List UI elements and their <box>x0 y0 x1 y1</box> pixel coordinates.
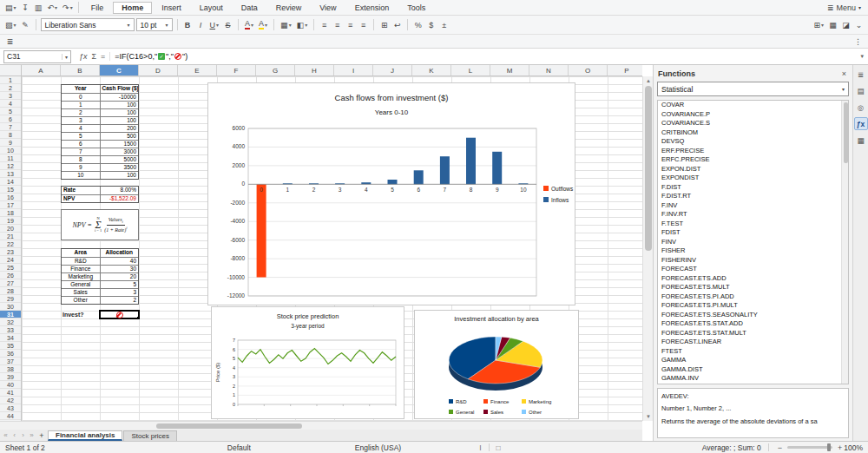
merge-cells-button[interactable]: ⊞ <box>378 18 390 32</box>
function-item[interactable]: FISHERINV <box>658 256 848 266</box>
undo-button[interactable]: ↶▾ <box>46 1 60 15</box>
cell[interactable]: Cash Flow ($) <box>100 85 139 93</box>
npv-formula-image[interactable]: NPV =NΣi = 1Valuesi(1 + Rate)i <box>61 209 139 240</box>
redo-button[interactable]: ↷▾ <box>61 1 75 15</box>
function-item[interactable]: F.DIST <box>658 183 848 193</box>
function-item[interactable]: EXPONDIST <box>658 174 848 183</box>
row-options-button[interactable]: ≣ <box>4 35 16 49</box>
sidebar-close-button[interactable]: × <box>840 69 848 78</box>
sheet-nav-0[interactable]: « <box>2 431 10 439</box>
cell[interactable]: 1 <box>62 101 100 108</box>
column-header-E[interactable]: E <box>178 65 217 76</box>
name-box-arrow[interactable]: ▾ <box>62 54 68 60</box>
function-item[interactable]: FORECAST.ETS.STAT.MULT <box>658 329 848 338</box>
align-left-button[interactable]: ≡ <box>319 18 330 32</box>
highlighting-color-button[interactable]: A▾ <box>257 18 269 32</box>
row-header-2[interactable]: 2 <box>0 84 21 92</box>
row-header-4[interactable]: 4 <box>0 100 21 108</box>
zoom-in-button[interactable]: + <box>836 443 844 452</box>
zoom-slider[interactable] <box>787 446 832 449</box>
insert-table-dropdown-arrow[interactable]: ▾ <box>821 22 824 28</box>
row-header-26[interactable]: 26 <box>0 272 21 279</box>
column-header-G[interactable]: G <box>256 65 295 76</box>
selection-mode-icon[interactable]: □ <box>496 443 501 452</box>
row-header-29[interactable]: 29 <box>0 295 21 303</box>
selection-fill-handle[interactable] <box>137 317 140 319</box>
row-header-42[interactable]: 42 <box>0 397 21 404</box>
function-item[interactable]: COVARIANCE.P <box>658 110 848 120</box>
row-header-30[interactable]: 30 <box>0 303 21 311</box>
cell[interactable]: 100 <box>100 171 139 179</box>
tab-file[interactable]: File <box>82 2 113 14</box>
function-item[interactable]: ERFC.PRECISE <box>658 155 848 165</box>
scroll-down-arrow[interactable]: ▼ <box>643 412 654 421</box>
cell[interactable]: 5 <box>100 280 139 288</box>
cell[interactable]: 100 <box>100 116 139 124</box>
insert-chart-button[interactable]: ◪ <box>840 18 852 32</box>
row-header-28[interactable]: 28 <box>0 287 21 295</box>
cell[interactable]: 8 <box>62 155 100 163</box>
function-item[interactable]: FORECAST.ETS.STAT.ADD <box>658 319 848 329</box>
tab-review[interactable]: Review <box>267 2 311 14</box>
align-justify-button[interactable]: ≡ <box>358 18 369 32</box>
column-header-I[interactable]: I <box>334 65 373 76</box>
align-right-button[interactable]: ≡ <box>345 18 356 32</box>
cell[interactable]: NPV <box>62 194 100 202</box>
row-header-13[interactable]: 13 <box>0 170 21 178</box>
new-document-button[interactable]: ▤▾ <box>3 1 18 15</box>
row-header-27[interactable]: 27 <box>0 279 21 287</box>
row-header-16[interactable]: 16 <box>0 194 21 201</box>
sheet-tab-0[interactable]: Financial analysis <box>48 430 122 441</box>
save-button[interactable]: ↧ <box>20 1 31 15</box>
row-header-33[interactable]: 33 <box>0 326 21 334</box>
cashflow-bar-chart[interactable]: Cash flows from investment ($)Years 0-10… <box>207 82 575 305</box>
functions-icon[interactable]: ƒx <box>854 117 868 130</box>
cell[interactable]: 1500 <box>100 140 139 148</box>
function-item[interactable]: DEVSQ <box>658 137 848 147</box>
cell[interactable]: Allocation <box>100 249 139 257</box>
row-header-23[interactable]: 23 <box>0 248 21 256</box>
column-header-O[interactable]: O <box>569 65 608 76</box>
zoom-out-button[interactable]: − <box>776 443 784 452</box>
row-header-21[interactable]: 21 <box>0 233 21 240</box>
wrap-text-button[interactable]: ↩ <box>391 18 403 32</box>
function-item[interactable]: GAMMA <box>658 356 848 365</box>
row-header-32[interactable]: 32 <box>0 318 21 326</box>
function-item[interactable]: F.TEST <box>658 220 848 229</box>
row-header-41[interactable]: 41 <box>0 389 21 397</box>
align-center-button[interactable]: ≡ <box>332 18 343 32</box>
cell[interactable]: R&D <box>62 257 100 265</box>
name-box[interactable]: C31 ▾ <box>3 50 71 63</box>
function-list-scrollbar[interactable] <box>841 101 848 384</box>
font-color-button[interactable]: A▾ <box>243 18 255 32</box>
row-header-35[interactable]: 35 <box>0 342 21 350</box>
selected-cell-C31[interactable] <box>99 310 140 319</box>
allocation-pie-chart[interactable]: Investment allocation by areaR&DFinanceM… <box>414 310 579 419</box>
row-header-40[interactable]: 40 <box>0 381 21 389</box>
column-header-K[interactable]: K <box>412 65 451 76</box>
vertical-scrollbar[interactable]: ▲ ▼ <box>642 76 653 421</box>
paste-button[interactable]: ▧▾ <box>3 18 18 32</box>
row-header-10[interactable]: 10 <box>0 147 21 154</box>
column-header-C[interactable]: C <box>100 65 139 76</box>
cell[interactable]: 0 <box>62 93 100 101</box>
column-header-A[interactable]: A <box>22 65 61 76</box>
cell[interactable]: 30 <box>100 265 139 272</box>
cell[interactable]: 9 <box>62 163 100 171</box>
properties-icon[interactable]: ▤ <box>854 84 868 97</box>
sheet-tab-1[interactable]: Stock prices <box>123 430 177 441</box>
cell[interactable]: 40 <box>100 257 139 265</box>
paste-dropdown-arrow[interactable]: ▾ <box>14 22 16 28</box>
menu-dropdown-arrow[interactable]: ▾ <box>858 4 861 10</box>
row-header-3[interactable]: 3 <box>0 92 21 100</box>
column-header-B[interactable]: B <box>61 65 100 76</box>
cell[interactable]: Other <box>62 296 100 304</box>
invest-label[interactable]: Invest? <box>61 311 100 318</box>
tab-layout[interactable]: Layout <box>191 2 232 14</box>
insert-image-button[interactable]: ▦ <box>827 18 838 32</box>
column-header-N[interactable]: N <box>529 65 569 76</box>
add-decimal-button[interactable]: ± <box>438 18 450 32</box>
cell[interactable]: Year <box>62 85 100 93</box>
formula-bar-expand-arrow[interactable]: ▾ <box>856 53 868 60</box>
cell[interactable]: 2 <box>100 296 139 304</box>
